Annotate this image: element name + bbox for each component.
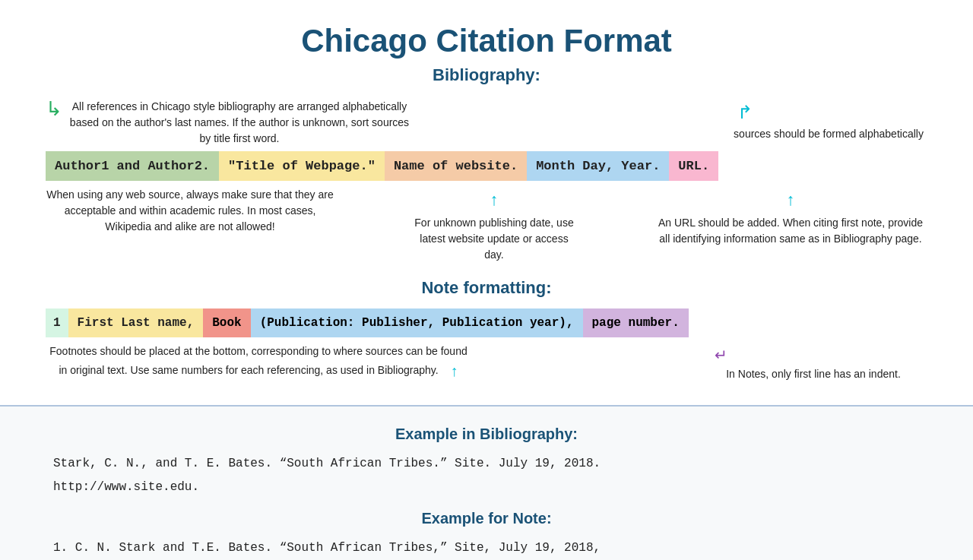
example-bibliography-line1: Stark, C. N., and T. E. Bates. “South Af… — [53, 454, 920, 474]
green-curved-arrow-icon: ↳ — [46, 99, 62, 119]
citation-seg-authors: Author1 and Author2. — [46, 151, 219, 181]
example-note-heading: Example for Note: — [53, 510, 920, 527]
example-bibliography-heading: Example in Bibliography: — [53, 426, 920, 443]
note-seg-name: First Last name, — [68, 308, 204, 337]
note-ann-left-text: Footnotes should be placed at the bottom… — [49, 345, 467, 376]
note-bar: 1 First Last name, Book (Publication: Pu… — [46, 308, 927, 337]
citation-bar: Author1 and Author2. "Title of Webpage."… — [46, 151, 927, 181]
main-title: Chicago Citation Format — [46, 23, 927, 59]
note-seg-book: Book — [203, 308, 250, 337]
note-ann-left: Footnotes should be placed at the bottom… — [46, 343, 471, 382]
bibliography-heading: Bibliography: — [46, 65, 927, 85]
citation-seg-url: URL. — [669, 151, 718, 181]
page-wrapper: Chicago Citation Format Bibliography: ↳ … — [0, 0, 973, 560]
note-formatting-heading: Note formatting: — [46, 278, 927, 298]
ann-bottom-left: When using any web source, always make s… — [46, 187, 334, 263]
bibliography-left-text: All references in Chicago style bibliogr… — [70, 100, 409, 144]
ann-bottom-mid-text: For unknown publishing date, use latest … — [414, 217, 573, 261]
ann-bottom-right: ↑ An URL should be added. When citing fi… — [654, 187, 927, 263]
annotations-bottom-row: When using any web source, always make s… — [46, 187, 927, 263]
cyan-arrow-icon: ↱ — [737, 99, 927, 126]
bottom-section: Example in Bibliography: Stark, C. N., a… — [0, 405, 973, 560]
note-annotations-bottom-row: Footnotes should be placed at the bottom… — [46, 343, 927, 382]
note-ann-right: ↵ In Notes, only first line has an inden… — [699, 343, 927, 382]
note-seg-page: page number. — [583, 308, 689, 337]
note-ann-right-text: In Notes, only first line has an indent. — [726, 368, 901, 380]
top-section: Chicago Citation Format Bibliography: ↳ … — [0, 0, 973, 405]
cyan-up-arrow-right-icon: ↑ — [654, 187, 927, 212]
citation-seg-date: Month Day, Year. — [527, 151, 669, 181]
example-note-line1: 1. C. N. Stark and T.E. Bates. “South Af… — [53, 538, 920, 558]
example-bibliography-line2: http://www.site.edu. — [53, 477, 920, 498]
citation-seg-website: Name of website. — [385, 151, 527, 181]
citation-container: Author1 and Author2. "Title of Webpage."… — [46, 151, 927, 181]
ann-bottom-left-text: When using any web source, always make s… — [46, 188, 333, 233]
bibliography-right-text: sources should be formed alphabetically — [734, 128, 924, 140]
annotations-top-row: ↳ All references in Chicago style biblio… — [46, 99, 927, 147]
bibliography-note-right: ↱ sources should be formed alphabeticall… — [730, 99, 927, 147]
ann-bottom-right-text: An URL should be added. When citing firs… — [658, 217, 923, 245]
note-seg-publication: (Publication: Publisher, Publication yea… — [251, 308, 583, 337]
cyan-up-arrow-note-icon: ↑ — [451, 362, 458, 379]
cyan-up-arrow-mid-icon: ↑ — [410, 187, 578, 212]
note-seg-number: 1 — [46, 308, 68, 337]
citation-seg-title: "Title of Webpage." — [219, 151, 385, 181]
ann-bottom-mid: ↑ For unknown publishing date, use lates… — [410, 187, 578, 263]
bibliography-note-left: ↳ All references in Chicago style biblio… — [46, 99, 410, 147]
purple-arrow-icon: ↵ — [715, 343, 927, 366]
